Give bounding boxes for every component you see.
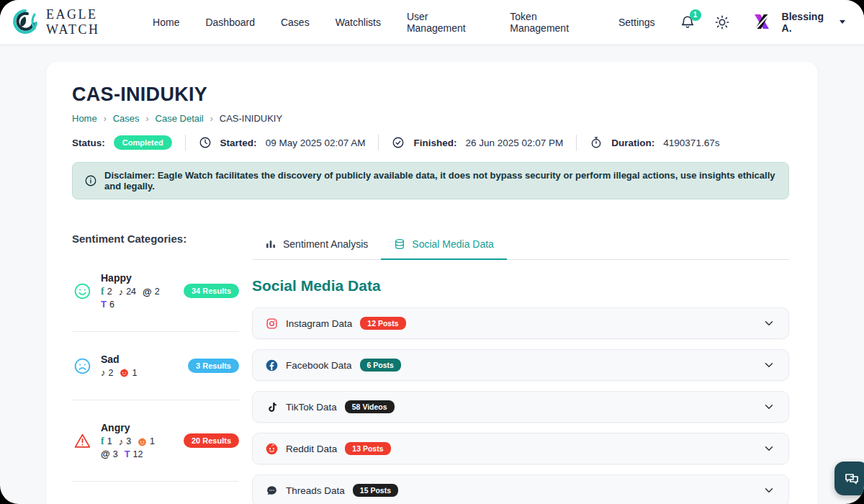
threads-icon: @ bbox=[143, 287, 152, 297]
nav-home[interactable]: Home bbox=[153, 17, 179, 28]
results-badge: 34 Results bbox=[184, 284, 239, 298]
app-window: EAGLE WATCH Home Dashboard Cases Watchli… bbox=[0, 0, 864, 504]
status-label: Status: bbox=[72, 138, 105, 148]
avatar bbox=[749, 9, 775, 35]
database-icon bbox=[394, 238, 405, 250]
divider bbox=[185, 135, 186, 150]
sentiment-name: Angry bbox=[101, 422, 174, 433]
nav-watchlists[interactable]: Watchlists bbox=[336, 17, 381, 28]
bar-chart-icon bbox=[265, 238, 276, 250]
sun-icon bbox=[714, 14, 730, 30]
finished-value: 26 Jun 2025 02:07 PM bbox=[465, 138, 563, 148]
brand[interactable]: EAGLE WATCH bbox=[10, 7, 153, 37]
sentiment-row-angry[interactable]: Angry f1 ♪3 1 @3 T12 20 Results bbox=[72, 400, 239, 482]
tab-sentiment-analysis[interactable]: Sentiment Analysis bbox=[252, 233, 381, 259]
sentiment-row-sad[interactable]: Sad ♪2 1 3 Results bbox=[72, 332, 239, 400]
user-menu[interactable]: Blessing A. bbox=[749, 9, 845, 35]
threads-icon bbox=[266, 485, 278, 497]
post-count-badge: 13 Posts bbox=[345, 442, 390, 455]
divider bbox=[378, 135, 379, 150]
nav-settings[interactable]: Settings bbox=[618, 17, 655, 28]
notifications-button[interactable]: 1 bbox=[680, 14, 696, 30]
sentiment-name: Sad bbox=[101, 354, 179, 365]
facebook-icon: f bbox=[101, 286, 104, 297]
chat-fab-button[interactable] bbox=[834, 462, 864, 495]
page-title: CAS-INIDUKIY bbox=[72, 84, 789, 106]
notification-count-badge: 1 bbox=[690, 9, 701, 21]
facebook-icon: f bbox=[101, 436, 104, 447]
telegram-count: T12 bbox=[125, 449, 143, 459]
breadcrumb-current: CAS-INIDUKIY bbox=[220, 113, 282, 124]
social-media-panel: Sentiment Analysis Social Media Data bbox=[252, 233, 789, 504]
check-circle-icon bbox=[392, 136, 405, 149]
sentiment-row-happy[interactable]: Happy f2 ♪24 @2 T6 34 Results bbox=[72, 245, 239, 332]
reddit-icon bbox=[120, 368, 129, 377]
accordion-label: Instagram Data bbox=[286, 318, 352, 329]
eagle-watch-logo-icon bbox=[10, 7, 40, 37]
chevron-down-icon bbox=[762, 359, 775, 372]
disclaimer-text: Disclaimer: Eagle Watch facilitates the … bbox=[104, 170, 777, 192]
accordion-instagram[interactable]: Instagram Data 12 Posts bbox=[252, 307, 789, 339]
post-count-badge: 12 Posts bbox=[360, 317, 405, 330]
clock-icon bbox=[199, 136, 212, 149]
nav-cases[interactable]: Cases bbox=[281, 17, 310, 28]
breadcrumb-home[interactable]: Home bbox=[72, 113, 97, 124]
top-nav-bar: EAGLE WATCH Home Dashboard Cases Watchli… bbox=[0, 0, 864, 45]
brand-name: EAGLE WATCH bbox=[46, 7, 153, 37]
breadcrumb-separator: › bbox=[146, 114, 149, 124]
tab-bar: Sentiment Analysis Social Media Data bbox=[252, 233, 789, 260]
duration-value: 4190371.67s bbox=[663, 138, 719, 148]
accordion-tiktok[interactable]: TikTok Data 58 Videos bbox=[252, 391, 789, 423]
sentiment-heading: Sentiment Categories: bbox=[72, 233, 239, 245]
tiktok-icon: ♪ bbox=[101, 367, 106, 378]
threads-count: @2 bbox=[143, 287, 160, 297]
section-heading: Social Media Data bbox=[252, 277, 789, 294]
breadcrumb-separator: › bbox=[104, 114, 107, 124]
facebook-count: f1 bbox=[101, 436, 112, 447]
accordion-reddit[interactable]: Reddit Data 13 Posts bbox=[252, 433, 789, 464]
tiktok-count: ♪2 bbox=[101, 367, 113, 378]
chevron-down-icon bbox=[762, 484, 775, 497]
tiktok-count: ♪24 bbox=[119, 287, 136, 297]
telegram-icon: T bbox=[125, 449, 130, 459]
breadcrumb-cases[interactable]: Cases bbox=[113, 113, 140, 124]
chevron-down-icon bbox=[840, 20, 845, 24]
tiktok-icon: ♪ bbox=[119, 287, 124, 297]
warning-triangle-icon bbox=[73, 432, 91, 450]
reddit-count: 1 bbox=[120, 368, 137, 378]
case-detail-card: CAS-INIDUKIY Home › Cases › Case Detail … bbox=[46, 62, 818, 504]
stopwatch-icon bbox=[590, 136, 603, 149]
info-icon bbox=[84, 174, 97, 187]
nav-user-management[interactable]: User Management bbox=[407, 11, 484, 34]
accordion-facebook[interactable]: Facebook Data 6 Posts bbox=[252, 349, 789, 381]
tiktok-icon: ♪ bbox=[119, 436, 124, 447]
chevron-down-icon bbox=[762, 400, 775, 413]
breadcrumb-separator: › bbox=[210, 114, 213, 124]
accordion-threads[interactable]: Threads Data 15 Posts bbox=[252, 474, 789, 504]
tab-social-media-data[interactable]: Social Media Data bbox=[381, 233, 507, 259]
post-count-badge: 15 Posts bbox=[353, 484, 398, 497]
accordion-label: TikTok Data bbox=[286, 402, 337, 413]
sentiment-categories-panel: Sentiment Categories: Happy f2 bbox=[72, 233, 239, 504]
results-badge: 3 Results bbox=[188, 359, 239, 373]
breadcrumb-case-detail[interactable]: Case Detail bbox=[156, 113, 204, 124]
nav-token-management[interactable]: Token Management bbox=[510, 11, 593, 34]
facebook-count: f2 bbox=[101, 286, 112, 297]
main-nav: Home Dashboard Cases Watchlists User Man… bbox=[153, 11, 654, 34]
chat-icon bbox=[843, 470, 860, 487]
frown-icon bbox=[73, 357, 91, 375]
accordion-label: Facebook Data bbox=[286, 360, 352, 371]
tiktok-count: ♪3 bbox=[119, 436, 131, 447]
duration-label: Duration: bbox=[611, 138, 654, 148]
threads-icon: @ bbox=[101, 449, 110, 459]
chevron-down-icon bbox=[762, 317, 775, 330]
reddit-icon bbox=[138, 437, 147, 446]
started-value: 09 May 2025 02:07 AM bbox=[266, 138, 366, 148]
instagram-icon bbox=[266, 318, 278, 330]
nav-dashboard[interactable]: Dashboard bbox=[205, 17, 255, 28]
disclaimer-banner: Disclaimer: Eagle Watch facilitates the … bbox=[72, 162, 789, 199]
results-badge: 20 Results bbox=[184, 433, 239, 448]
theme-toggle-button[interactable] bbox=[714, 14, 730, 30]
accordion-label: Reddit Data bbox=[286, 444, 337, 454]
reddit-icon bbox=[266, 443, 278, 455]
